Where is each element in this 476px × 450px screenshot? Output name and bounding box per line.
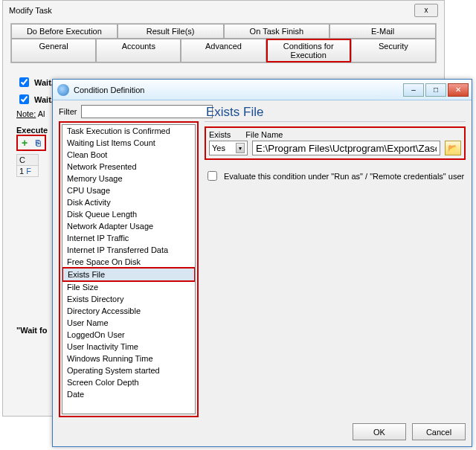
note-rest: Al: [36, 109, 45, 118]
list-item[interactable]: Date: [62, 388, 195, 400]
eval-row: Evaluate this condition under "Run as" /…: [205, 169, 466, 183]
list-item[interactable]: LoggedOn User: [62, 329, 195, 341]
conditions-toolbar: + ⎘: [16, 135, 46, 151]
list-item[interactable]: User Name: [62, 317, 195, 329]
tab-advanced[interactable]: Advanced: [181, 39, 266, 62]
filter-label: Filter: [59, 107, 77, 116]
conditions-grid: C 1 F: [16, 154, 39, 177]
conditions-listbox-frame: Task Execution is ConfirmedWaiting List …: [59, 121, 199, 417]
back-titlebar: Modify Task x: [3, 1, 444, 20]
tab-accounts[interactable]: Accounts: [96, 39, 181, 62]
condition-definition-window: Condition Definition – □ ✕ Filter Task E…: [52, 79, 472, 447]
list-item[interactable]: Network Adapter Usage: [62, 220, 195, 232]
split: Filter Task Execution is ConfirmedWaitin…: [59, 105, 466, 417]
list-item[interactable]: Screen Color Depth: [62, 376, 195, 388]
back-close-button[interactable]: x: [414, 4, 438, 17]
exists-dropdown[interactable]: Yes ▾: [209, 141, 248, 155]
tab-conditions[interactable]: Conditions for Execution: [266, 39, 351, 62]
note-label: Note:: [16, 109, 36, 118]
list-item[interactable]: CPU Usage: [62, 184, 195, 196]
dialog-footer: OK Cancel: [59, 417, 466, 440]
list-item[interactable]: Exists Directory: [62, 293, 195, 305]
dropdown-value: Yes: [212, 144, 225, 152]
right-title: Exists File: [205, 105, 466, 122]
filename-input[interactable]: [252, 141, 440, 155]
wait2-label: Wait,: [34, 95, 54, 104]
filename-label: File Name: [245, 130, 283, 139]
params-box: Exists File Name Yes ▾ 📂: [205, 126, 466, 160]
back-window-title: Modify Task: [9, 6, 52, 15]
list-item[interactable]: Operating System started: [62, 364, 195, 376]
list-item[interactable]: Windows Running Time: [62, 353, 195, 364]
app-icon: [57, 84, 69, 96]
tab-security[interactable]: Security: [351, 39, 436, 62]
wait2-checkbox[interactable]: [19, 94, 29, 104]
filter-row: Filter: [59, 105, 199, 118]
list-item[interactable]: Clean Boot: [62, 149, 195, 161]
list-item[interactable]: Exists File: [62, 268, 195, 281]
right-column: Exists File Exists File Name Yes ▾ 📂: [205, 105, 466, 417]
eval-checkbox[interactable]: [208, 171, 217, 181]
copy-icon[interactable]: ⎘: [32, 137, 44, 149]
list-item[interactable]: Network Presented: [62, 161, 195, 173]
tab-general[interactable]: General: [11, 39, 96, 62]
conditions-listbox[interactable]: Task Execution is ConfirmedWaiting List …: [62, 124, 196, 414]
list-item[interactable]: Internet IP Traffic: [62, 232, 195, 244]
filter-input[interactable]: [81, 105, 213, 118]
wait-os-checkbox[interactable]: [19, 77, 29, 87]
minimize-button[interactable]: –: [403, 83, 424, 97]
tab-result-files[interactable]: Result File(s): [118, 24, 224, 39]
list-item[interactable]: Directory Accessible: [62, 305, 195, 317]
window-buttons: – □ ✕: [403, 83, 469, 97]
front-body: Filter Task Execution is ConfirmedWaitin…: [53, 100, 472, 446]
browse-button[interactable]: 📂: [445, 141, 461, 155]
tab-email[interactable]: E-Mail: [329, 24, 436, 39]
folder-icon: 📂: [448, 144, 458, 153]
list-item[interactable]: Disk Queue Length: [62, 208, 195, 220]
front-window-title: Condition Definition: [74, 86, 144, 94]
tabs-region: Do Before Execution Result File(s) On Ta…: [10, 23, 437, 63]
list-item[interactable]: Waiting List Items Count: [62, 137, 195, 149]
tabs-row-1: Do Before Execution Result File(s) On Ta…: [11, 24, 436, 39]
list-item[interactable]: File Size: [62, 281, 195, 293]
maximize-button[interactable]: □: [425, 83, 446, 97]
left-column: Filter Task Execution is ConfirmedWaitin…: [59, 105, 199, 417]
param-labels: Exists File Name: [209, 130, 461, 139]
tab-do-before[interactable]: Do Before Execution: [11, 24, 118, 39]
exists-label: Exists: [209, 130, 231, 139]
list-item[interactable]: Task Execution is Confirmed: [62, 125, 195, 137]
ok-button[interactable]: OK: [353, 423, 406, 440]
param-row: Yes ▾ 📂: [209, 141, 461, 155]
list-item[interactable]: User Inactivity Time: [62, 341, 195, 353]
add-icon[interactable]: +: [19, 137, 30, 149]
chevron-down-icon: ▾: [236, 143, 245, 153]
list-item[interactable]: Internet IP Transferred Data: [62, 244, 195, 256]
list-item[interactable]: Free Space On Disk: [62, 256, 195, 268]
grid-row[interactable]: 1 F: [17, 166, 38, 176]
front-titlebar[interactable]: Condition Definition – □ ✕: [53, 80, 472, 100]
cancel-button[interactable]: Cancel: [412, 423, 466, 440]
tab-on-finish[interactable]: On Task Finish: [224, 24, 330, 39]
list-item[interactable]: Disk Activity: [62, 196, 195, 208]
list-item[interactable]: Memory Usage: [62, 173, 195, 184]
grid-header: C: [17, 155, 38, 166]
close-button[interactable]: ✕: [448, 83, 469, 97]
tabs-row-2: General Accounts Advanced Conditions for…: [11, 39, 436, 62]
eval-label: Evaluate this condition under "Run as" /…: [224, 172, 464, 181]
